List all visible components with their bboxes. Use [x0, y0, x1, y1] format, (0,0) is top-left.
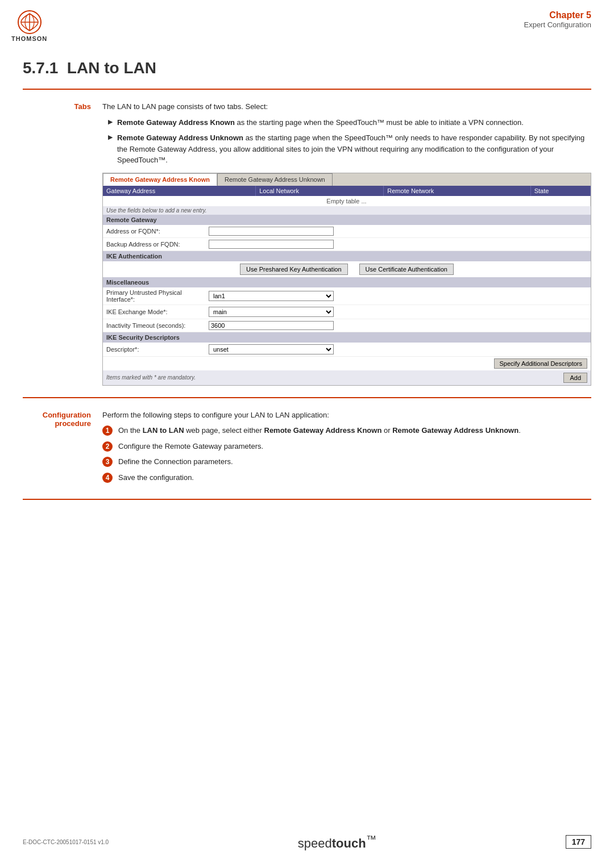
steps-list: 1 On the LAN to LAN web page, select eit… — [102, 425, 591, 483]
label-interface: Primary Untrusted PhysicalInterface*: — [106, 289, 209, 303]
col-state: State — [530, 186, 590, 196]
config-body: Perform the following steps to configure… — [102, 410, 591, 488]
bullet-arrow-2: ▶ — [108, 133, 113, 166]
step-2: 2 Configure the Remote Gateway parameter… — [102, 441, 591, 452]
config-label: Configurationprocedure — [23, 410, 102, 488]
step-2-text: Configure the Remote Gateway parameters. — [118, 441, 263, 452]
select-exchange-mode[interactable]: main — [209, 307, 334, 317]
input-backup-address[interactable] — [209, 240, 334, 249]
thomson-logo-icon — [18, 10, 42, 34]
widget-footer: Items marked with * are mandatory. Add — [103, 370, 591, 385]
step-2-badge: 2 — [102, 441, 113, 452]
btn-specify-descriptors[interactable]: Specify Additional Descriptors — [494, 358, 587, 369]
bullet-item-2: ▶ Remote Gateway Address Unknown as the … — [102, 132, 591, 166]
page-footer: E-DOC-CTC-20051017-0151 v1.0 speedtouch™… — [0, 833, 614, 851]
table-header: Gateway Address Local Network Remote Net… — [103, 186, 591, 196]
form-row-interface: Primary Untrusted PhysicalInterface*: la… — [103, 287, 591, 305]
input-inactivity-timeout[interactable] — [209, 321, 334, 330]
middle-divider — [23, 397, 591, 398]
step-1-text: On the LAN to LAN web page, select eithe… — [118, 425, 521, 436]
brand-speed: speed — [298, 836, 332, 850]
col-local-network: Local Network — [256, 186, 384, 196]
tab-unknown[interactable]: Remote Gateway Address Unknown — [217, 173, 333, 186]
bullet-item-1: ▶ Remote Gateway Address Known as the st… — [102, 117, 591, 128]
section-title: 5.7.1 LAN to LAN — [23, 53, 591, 77]
col-gateway-address: Gateway Address — [103, 186, 256, 196]
widget-tabs: Remote Gateway Address Known Remote Gate… — [103, 173, 591, 186]
miscellaneous-header: Miscellaneous — [103, 277, 591, 287]
select-interface[interactable]: lan1 — [209, 291, 334, 301]
select-descriptor[interactable]: unset — [209, 344, 334, 354]
step-4: 4 Save the configuration. — [102, 472, 591, 483]
step-4-badge: 4 — [102, 473, 113, 483]
config-intro: Perform the following steps to configure… — [102, 410, 591, 421]
btn-certificate-auth[interactable]: Use Certificate Authentication — [359, 264, 454, 275]
bullet-text-2: Remote Gateway Address Unknown as the st… — [117, 132, 591, 166]
step-3: 3 Define the Connection parameters. — [102, 456, 591, 468]
bottom-divider — [23, 499, 591, 500]
logo-text: THOMSON — [11, 35, 47, 42]
bullet-rest-1: as the starting page when the SpeedTouch… — [237, 118, 523, 127]
top-divider — [23, 89, 591, 90]
form-hint: Use the fields below to add a new entry. — [103, 206, 591, 215]
tabs-body: The LAN to LAN page consists of two tabs… — [102, 101, 591, 386]
label-descriptor: Descriptor*: — [106, 346, 209, 353]
brand-touch: touch — [332, 836, 366, 850]
bullet-text-1: Remote Gateway Address Known as the star… — [117, 117, 524, 128]
page-header: THOMSON Chapter 5 Expert Configuration — [0, 0, 614, 48]
footer-brand: speedtouch™ — [298, 833, 376, 851]
mandatory-note: Items marked with * are mandatory. — [106, 374, 196, 381]
bullet-bold-1: Remote Gateway Address Known — [117, 118, 235, 127]
input-address-fqdn[interactable] — [209, 227, 334, 236]
form-row-descriptor: Descriptor*: unset — [103, 343, 591, 357]
step-1-bold-1: LAN to LAN — [143, 426, 184, 435]
form-row-exchange-mode: IKE Exchange Mode*: main — [103, 305, 591, 319]
step-4-text: Save the configuration. — [118, 472, 194, 483]
remote-gateway-header: Remote Gateway — [103, 215, 591, 225]
table-empty-row: Empty table ... — [103, 196, 591, 206]
config-section: Configurationprocedure Perform the follo… — [23, 410, 591, 488]
btn-preshared-key[interactable]: Use Preshared Key Authentication — [240, 264, 348, 275]
tab-known[interactable]: Remote Gateway Address Known — [103, 173, 217, 186]
label-backup-address: Backup Address or FQDN: — [106, 241, 209, 248]
label-exchange-mode: IKE Exchange Mode*: — [106, 308, 209, 315]
chapter-info: Chapter 5 Expert Configuration — [524, 10, 591, 29]
table-body: Empty table ... — [103, 196, 591, 206]
tabs-section: Tabs The LAN to LAN page consists of two… — [23, 101, 591, 386]
gateway-table: Gateway Address Local Network Remote Net… — [103, 186, 591, 206]
ike-security-header: IKE Security Descriptors — [103, 332, 591, 343]
footer-doc-id: E-DOC-CTC-20051017-0151 v1.0 — [23, 839, 109, 845]
empty-table-text: Empty table ... — [103, 196, 591, 206]
form-row-address: Address or FQDN*: — [103, 225, 591, 238]
ike-auth-buttons: Use Preshared Key Authentication Use Cer… — [103, 261, 591, 277]
step-1-bold-2: Remote Gateway Address Known — [264, 426, 382, 435]
step-3-badge: 3 — [102, 457, 113, 467]
step-1-badge: 1 — [102, 425, 113, 436]
label-address-fqdn: Address or FQDN*: — [106, 228, 209, 235]
page-number: 177 — [566, 835, 591, 849]
ike-auth-header: IKE Authentication — [103, 251, 591, 261]
chapter-subtitle: Expert Configuration — [524, 20, 591, 29]
bullet-bold-2: Remote Gateway Address Unknown — [117, 133, 243, 142]
step-3-text: Define the Connection parameters. — [118, 456, 233, 468]
main-content: 5.7.1 LAN to LAN Tabs The LAN to LAN pag… — [0, 48, 614, 534]
specify-row: Specify Additional Descriptors — [103, 357, 591, 370]
tabs-intro: The LAN to LAN page consists of two tabs… — [102, 101, 591, 112]
brand-tm: ™ — [366, 833, 376, 845]
table-header-row: Gateway Address Local Network Remote Net… — [103, 186, 591, 196]
label-inactivity-timeout: Inactivity Timeout (seconds): — [106, 322, 209, 329]
col-remote-network: Remote Network — [384, 186, 530, 196]
add-button[interactable]: Add — [563, 373, 587, 383]
bullet-arrow-1: ▶ — [108, 118, 113, 128]
form-row-backup: Backup Address or FQDN: — [103, 238, 591, 251]
config-label-text: Configurationprocedure — [43, 411, 91, 428]
logo-area: THOMSON — [11, 10, 47, 42]
chapter-title: Chapter 5 — [524, 10, 591, 20]
lan-to-lan-widget: Remote Gateway Address Known Remote Gate… — [102, 173, 591, 386]
form-row-inactivity: Inactivity Timeout (seconds): — [103, 319, 591, 332]
step-1: 1 On the LAN to LAN web page, select eit… — [102, 425, 591, 436]
step-1-bold-3: Remote Gateway Address Unknown — [392, 426, 518, 435]
tabs-label: Tabs — [23, 101, 102, 386]
